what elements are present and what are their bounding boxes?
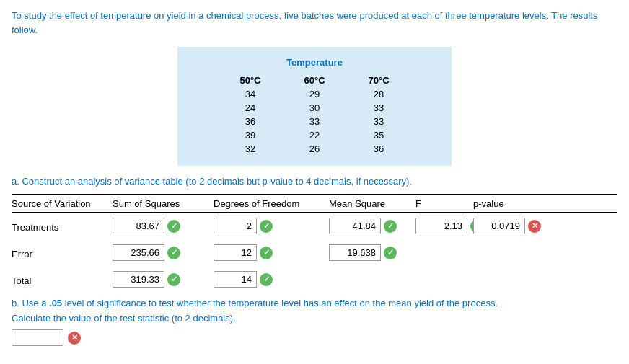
temp-cell-2-2: 33	[347, 115, 411, 128]
anova-col-ms: Mean Square	[329, 198, 415, 209]
ss-input-2[interactable]	[113, 271, 164, 288]
anova-col-pval: p-value	[473, 198, 538, 209]
anova-label-1: Error	[12, 246, 113, 259]
temp-cell-2-1: 33	[282, 115, 346, 128]
temp-cell-3-0: 39	[218, 128, 282, 142]
ms-input-1[interactable]	[329, 244, 381, 261]
anova-rows-container: Treatments✓✓✓✓✕Error✓✓✓Total✓✓	[12, 218, 617, 288]
temp-cell-1-0: 24	[218, 101, 282, 115]
calculate-text: Calculate the value of the test statisti…	[12, 313, 617, 324]
f-group-0: ✓	[415, 218, 473, 234]
part-b-text2: level of significance to test whether th…	[62, 298, 498, 308]
bottom-input-row: ✕	[12, 329, 617, 346]
temp-cell-0-1: 29	[282, 87, 346, 101]
ss-check-icon-1: ✓	[167, 247, 180, 259]
f-input-0[interactable]	[415, 218, 467, 234]
part-b-text: b. Use a .05 level of significance to te…	[12, 298, 617, 308]
temperature-table: Temperature 50°C 60°C 70°C 3429282430333…	[177, 47, 452, 166]
anova-label-2: Total	[12, 272, 113, 286]
temp-cell-0-0: 34	[218, 87, 282, 101]
ms-check-icon-1: ✓	[384, 247, 397, 259]
df-input-1[interactable]	[214, 244, 257, 261]
anova-col-df: Degrees of Freedom	[214, 198, 329, 209]
pval-x-icon-0: ✕	[528, 220, 541, 233]
intro-text: To study the effect of temperature on yi…	[12, 9, 617, 37]
pval-group-0: ✕	[473, 218, 538, 234]
ss-group-1: ✓	[113, 244, 214, 261]
part-a-text: a. Construct an analysis of variance tab…	[12, 176, 617, 187]
df-check-icon-1: ✓	[260, 247, 273, 259]
ss-check-icon-0: ✓	[167, 220, 180, 233]
df-group-1: ✓	[214, 244, 329, 261]
part-b-text1: b. Use a	[12, 298, 49, 308]
pval-input-0[interactable]	[473, 218, 525, 234]
df-input-0[interactable]	[214, 218, 257, 234]
temp-cell-4-1: 26	[282, 142, 346, 156]
temp-cell-3-1: 22	[282, 128, 346, 142]
ss-check-icon-2: ✓	[167, 273, 180, 286]
temp-cell-0-2: 28	[347, 87, 411, 101]
ss-group-2: ✓	[113, 271, 214, 288]
anova-header-row: Source of Variation Sum of Squares Degre…	[12, 194, 617, 213]
anova-col-f: F	[415, 198, 473, 209]
df-group-2: ✓	[214, 271, 329, 288]
df-check-icon-0: ✓	[260, 220, 273, 233]
col-header-70: 70°C	[347, 74, 411, 87]
ss-group-0: ✓	[113, 218, 214, 234]
col-header-60: 60°C	[282, 74, 346, 87]
temp-cell-3-2: 35	[347, 128, 411, 142]
test-statistic-input[interactable]	[12, 329, 63, 346]
temp-cell-1-1: 30	[282, 101, 346, 115]
df-input-2[interactable]	[214, 271, 257, 288]
ss-input-0[interactable]	[113, 218, 164, 234]
anova-row-1: Error✓✓✓	[12, 244, 617, 261]
df-group-0: ✓	[214, 218, 329, 234]
anova-row-0: Treatments✓✓✓✓✕	[12, 218, 617, 234]
temp-cell-2-0: 36	[218, 115, 282, 128]
col-header-50: 50°C	[218, 74, 282, 87]
anova-col-source: Source of Variation	[12, 198, 113, 209]
test-statistic-x-icon: ✕	[68, 332, 81, 345]
anova-row-2: Total✓✓	[12, 271, 617, 288]
anova-label-0: Treatments	[12, 219, 113, 233]
anova-col-ss: Sum of Squares	[113, 198, 214, 209]
temperature-table-wrapper: Temperature 50°C 60°C 70°C 3429282430333…	[12, 47, 617, 166]
ms-input-0[interactable]	[329, 218, 381, 234]
ms-group-1: ✓	[329, 244, 415, 261]
temp-cell-4-2: 36	[347, 142, 411, 156]
ss-input-1[interactable]	[113, 244, 164, 261]
temp-cell-4-0: 32	[218, 142, 282, 156]
temp-table-title: Temperature	[206, 57, 423, 68]
temp-cell-1-2: 33	[347, 101, 411, 115]
temp-data-table: 50°C 60°C 70°C 3429282430333633333922353…	[218, 74, 410, 156]
df-check-icon-2: ✓	[260, 273, 273, 286]
part-b-bold: .05	[49, 298, 62, 308]
ms-check-icon-0: ✓	[384, 220, 397, 233]
ms-group-0: ✓	[329, 218, 415, 234]
